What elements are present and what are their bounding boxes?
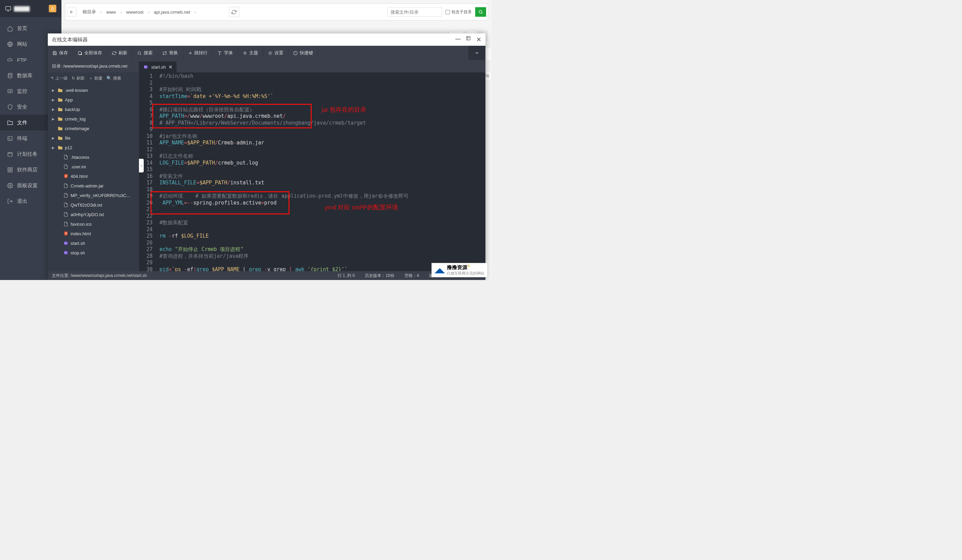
chevron-right-icon[interactable]: ▶ bbox=[52, 108, 55, 111]
tree-item[interactable]: QwT62zD3di.txt bbox=[48, 200, 139, 210]
tree-item-label: p12 bbox=[65, 145, 73, 150]
tree-item[interactable]: favicon.ico bbox=[48, 219, 139, 229]
watermark-icon: ◢◣ bbox=[434, 266, 445, 274]
tree-item[interactable]: MP_verify_nKUF0RR0Yu3C... bbox=[48, 190, 139, 200]
search-box: 包含子目录 bbox=[387, 7, 486, 17]
font-button[interactable]: 字体 bbox=[213, 46, 238, 60]
tree-item-label: backUp bbox=[65, 107, 80, 112]
svg-rect-4 bbox=[8, 136, 12, 140]
shield-icon bbox=[7, 104, 13, 110]
save-all-button[interactable]: 全部保存 bbox=[73, 46, 107, 60]
search-button[interactable] bbox=[475, 7, 486, 17]
close-button[interactable]: ✕ bbox=[476, 36, 481, 44]
sidebar-item-label: 网站 bbox=[17, 41, 27, 47]
tree-item-label: .user.ini bbox=[71, 164, 86, 169]
breadcrumb-item[interactable]: wwwroot bbox=[123, 8, 147, 17]
refresh-button[interactable]: 刷新 bbox=[107, 46, 132, 60]
svg-rect-5 bbox=[8, 152, 12, 156]
svg-point-23 bbox=[244, 52, 245, 53]
tree-item[interactable]: ▶App bbox=[48, 95, 139, 105]
svg-point-24 bbox=[270, 52, 271, 53]
tree-item[interactable]: index.html bbox=[48, 229, 139, 238]
search-button[interactable]: 搜索 bbox=[132, 46, 158, 60]
shortcuts-button[interactable]: 快捷键 bbox=[289, 46, 318, 60]
tree-item[interactable]: ▶file bbox=[48, 133, 139, 143]
folder-icon bbox=[57, 97, 63, 102]
tree-item[interactable]: ▶backUp bbox=[48, 105, 139, 114]
folder-icon bbox=[57, 145, 63, 150]
notification-badge[interactable]: 0 bbox=[49, 5, 56, 12]
close-tab-button[interactable]: ✕ bbox=[169, 65, 173, 69]
tree-item[interactable]: ▶crmeb_log bbox=[48, 114, 139, 124]
sidebar-item-label: 面板设置 bbox=[17, 182, 37, 189]
chevron-right-icon[interactable]: ▶ bbox=[52, 146, 55, 150]
maximize-button[interactable] bbox=[466, 36, 471, 44]
save-button[interactable]: 保存 bbox=[48, 46, 73, 60]
breadcrumb: 根目录› www› wwwroot› api.java.crmeb.net› bbox=[79, 7, 226, 17]
sidebar-item-label: 数据库 bbox=[17, 73, 32, 79]
editor-tabs: start.sh ✕ bbox=[139, 60, 486, 73]
folder-icon bbox=[57, 107, 63, 112]
tree-item[interactable]: crmebimage bbox=[48, 124, 139, 133]
tree-item[interactable]: .htaccess bbox=[48, 152, 139, 162]
status-file-path: 文件位置: /www/wwwroot/api.java.crmeb.net/st… bbox=[52, 273, 147, 279]
breadcrumb-item[interactable]: api.java.crmeb.net bbox=[150, 8, 194, 17]
chevron-right-icon[interactable]: ▶ bbox=[52, 136, 55, 140]
tree-item-label: QwT62zD3di.txt bbox=[71, 202, 102, 208]
replace-button[interactable]: 替换 bbox=[158, 46, 183, 60]
tree-item[interactable]: .user.ini bbox=[48, 162, 139, 171]
sidebar-item-label: FTP bbox=[17, 57, 27, 63]
breadcrumb-item[interactable]: 根目录 bbox=[79, 7, 99, 17]
code-editor[interactable]: 1234567891011121314151617181920212223242… bbox=[139, 73, 486, 271]
include-subdir-checkbox[interactable]: 包含子目录 bbox=[445, 9, 472, 15]
tree-item-label: a0HhpYJpDO.txt bbox=[71, 212, 104, 217]
annotation-label-2: prod 对应 yml中的配置环境 bbox=[325, 204, 398, 211]
file-manager-topbar: 根目录› www› wwwroot› api.java.crmeb.net› 包… bbox=[65, 3, 488, 21]
search-input[interactable] bbox=[387, 7, 442, 17]
file-panel-actions: ↰ 上一级 ↻ 刷新 ＋ 新建 🔍 搜索 bbox=[48, 73, 139, 84]
chevron-right-icon[interactable]: ▶ bbox=[52, 117, 55, 121]
file-tab[interactable]: start.sh ✕ bbox=[139, 61, 176, 73]
svg-rect-9 bbox=[10, 170, 12, 172]
globe-icon bbox=[7, 41, 13, 47]
status-spaces[interactable]: 空格：4 bbox=[405, 273, 419, 279]
chevron-right-icon[interactable]: ▶ bbox=[52, 98, 55, 102]
tree-item[interactable]: Crmeb-admin.jar bbox=[48, 181, 139, 190]
tree-item-label: App bbox=[65, 97, 73, 102]
tree-item[interactable]: a0HhpYJpDO.txt bbox=[48, 210, 139, 219]
code-lines: #!/bin/bash #开始时间 时间戳 startTime=`date +'… bbox=[160, 73, 486, 271]
chevron-right-icon[interactable]: ▶ bbox=[52, 89, 55, 92]
tree-item-label: MP_verify_nKUF0RR0Yu3C... bbox=[71, 193, 130, 198]
minimize-button[interactable]: — bbox=[455, 36, 460, 44]
sidebar-item-label: 终端 bbox=[17, 135, 27, 142]
svg-rect-26 bbox=[64, 241, 68, 244]
refresh-button[interactable] bbox=[229, 7, 239, 17]
file-icon bbox=[63, 212, 69, 217]
logout-icon bbox=[7, 198, 13, 204]
settings-button[interactable]: 设置 bbox=[263, 46, 289, 60]
breadcrumb-item[interactable]: www bbox=[103, 8, 119, 17]
back-button[interactable] bbox=[67, 7, 76, 17]
folder-icon bbox=[57, 88, 63, 93]
calendar-icon bbox=[7, 151, 13, 157]
status-history[interactable]: 历史版本：10份 bbox=[365, 273, 394, 279]
folder-icon bbox=[7, 119, 13, 126]
up-level-button[interactable]: ↰ 上一级 bbox=[50, 76, 68, 81]
tree-item[interactable]: ▶p12 bbox=[48, 143, 139, 152]
tree-item[interactable]: ▶.well-known bbox=[48, 86, 139, 95]
theme-button[interactable]: 主题 bbox=[238, 46, 263, 60]
search-button[interactable]: 🔍 搜索 bbox=[107, 76, 121, 81]
directory-path: 目录: /www/wwwroot/api.java.crmeb.net bbox=[48, 60, 139, 73]
file-tree: ▶.well-known▶App▶backUp▶crmeb_logcrmebim… bbox=[48, 84, 139, 271]
editor-status-bar: 文件位置: /www/wwwroot/api.java.crmeb.net/st… bbox=[48, 271, 486, 280]
shell-file-icon bbox=[63, 250, 69, 255]
folder-icon bbox=[57, 126, 63, 131]
tree-item[interactable]: start.sh bbox=[48, 238, 139, 248]
new-button[interactable]: ＋ 新建 bbox=[89, 76, 102, 81]
refresh-button[interactable]: ↻ 刷新 bbox=[72, 76, 85, 81]
goto-line-button[interactable]: 跳转行 bbox=[183, 46, 213, 60]
tree-item[interactable]: 404.html bbox=[48, 171, 139, 181]
toolbar-more-button[interactable] bbox=[468, 46, 486, 60]
tree-item[interactable]: stop.sh bbox=[48, 248, 139, 257]
editor-title-text: 在线文本编辑器 bbox=[52, 37, 88, 43]
